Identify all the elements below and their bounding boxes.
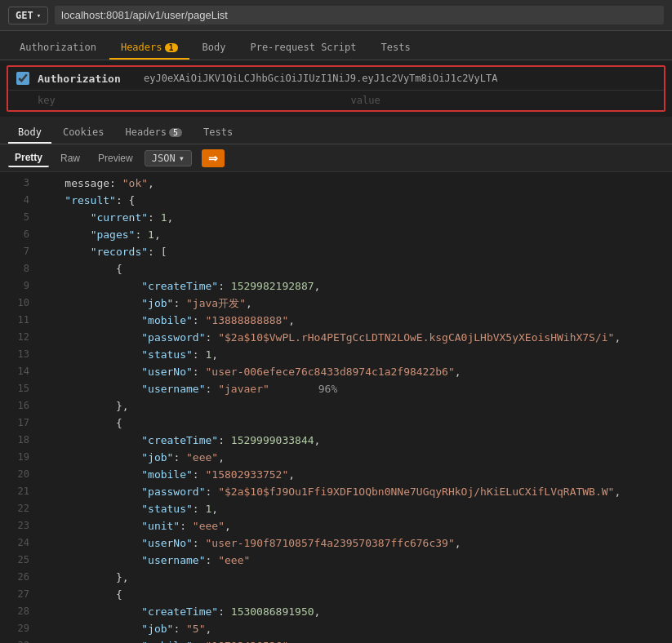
header-value-label: eyJ0eXAiOiJKV1QiLCJhbGciOiJIUzI1NiJ9.eyJ…: [144, 73, 656, 84]
json-line: 30 "mobile": "18792420526",: [0, 638, 672, 643]
chevron-down-icon: ▾: [37, 11, 41, 20]
chevron-down-icon: ▾: [179, 153, 185, 164]
headers-section: Authorization eyJ0eXAiOiJKV1QiLCJhbGciOi…: [7, 65, 665, 112]
json-line: 23 "unit": "eee",: [0, 518, 672, 535]
header-key-label: Authorization: [38, 73, 136, 85]
json-line: 8 {: [0, 261, 672, 278]
json-line: 26 },: [0, 570, 672, 587]
request-tabs: Authorization Headers1 Body Pre-request …: [0, 31, 672, 60]
json-line: 13 "status": 1,: [0, 347, 672, 364]
json-line: 24 "userNo": "user-190f8710857f4a2395703…: [0, 535, 672, 552]
tab-headers-resp[interactable]: Headers5: [115, 122, 192, 144]
tab-headers[interactable]: Headers1: [109, 37, 189, 60]
json-line: 3 message: "ok",: [0, 175, 672, 193]
json-line: 15 "username": "javaer"96%: [0, 381, 672, 398]
json-line: 10 "job": "java开发",: [0, 295, 672, 313]
json-line: 6 "pages": 1,: [0, 227, 672, 244]
json-line: 16 },: [0, 398, 672, 415]
json-line: 11 "mobile": "13888888888",: [0, 313, 672, 330]
json-area: 3 message: "ok",4 "result": {5 "current"…: [0, 172, 672, 643]
url-bar: GET ▾: [0, 0, 672, 31]
json-line: 18 "createTime": 1529999033844,: [0, 432, 672, 450]
tab-prerequest[interactable]: Pre-request Script: [238, 37, 367, 60]
json-line: 19 "job": "eee",: [0, 450, 672, 467]
header-checkbox[interactable]: [16, 72, 29, 85]
format-dropdown[interactable]: JSON ▾: [145, 150, 192, 166]
json-line: 4 "result": {: [0, 193, 672, 210]
authorization-header-row: Authorization eyJ0eXAiOiJKV1QiLCJhbGciOi…: [8, 67, 664, 91]
method-label: GET: [16, 10, 33, 21]
json-line: 9 "createTime": 1529982192887,: [0, 278, 672, 295]
json-line: 25 "username": "eee": [0, 552, 672, 570]
tab-cookies[interactable]: Cookies: [53, 122, 114, 144]
method-dropdown[interactable]: GET ▾: [8, 7, 48, 24]
value-placeholder: value: [351, 95, 656, 106]
json-line: 20 "mobile": "15802933752",: [0, 467, 672, 484]
format-label: JSON: [152, 153, 176, 164]
response-tabs: Body Cookies Headers5 Tests: [0, 117, 672, 144]
json-line: 21 "password": "$2a$10$fJ9Ou1Ffi9XDF1OQb…: [0, 484, 672, 501]
url-input[interactable]: [55, 6, 664, 24]
json-line: 7 "records": [: [0, 244, 672, 261]
tab-body-resp[interactable]: Body: [8, 122, 51, 144]
json-line: 12 "password": "$2a$10$VwPL.rHo4PETgCcLD…: [0, 330, 672, 347]
json-line: 5 "current": 1,: [0, 210, 672, 227]
raw-button[interactable]: Raw: [54, 150, 87, 166]
tab-body-req[interactable]: Body: [191, 37, 238, 60]
tab-authorization[interactable]: Authorization: [8, 37, 108, 60]
wrap-button[interactable]: ⇒: [202, 149, 225, 167]
json-line: 17 {: [0, 415, 672, 432]
key-placeholder: key: [38, 95, 343, 106]
json-line: 27 {: [0, 587, 672, 604]
json-line: 14 "userNo": "user-006efece76c8433d8974c…: [0, 364, 672, 381]
json-line: 29 "job": "5",: [0, 621, 672, 638]
tab-tests-resp[interactable]: Tests: [194, 122, 243, 144]
tab-tests-req[interactable]: Tests: [369, 37, 421, 60]
json-container: 3 message: "ok",4 "result": {5 "current"…: [0, 172, 672, 643]
preview-button[interactable]: Preview: [91, 150, 140, 166]
format-bar: Pretty Raw Preview JSON ▾ ⇒: [0, 144, 672, 172]
json-line: 22 "status": 1,: [0, 501, 672, 518]
header-placeholder-row: key value: [8, 91, 664, 110]
json-line: 28 "createTime": 1530086891950,: [0, 604, 672, 621]
pretty-button[interactable]: Pretty: [8, 149, 49, 167]
